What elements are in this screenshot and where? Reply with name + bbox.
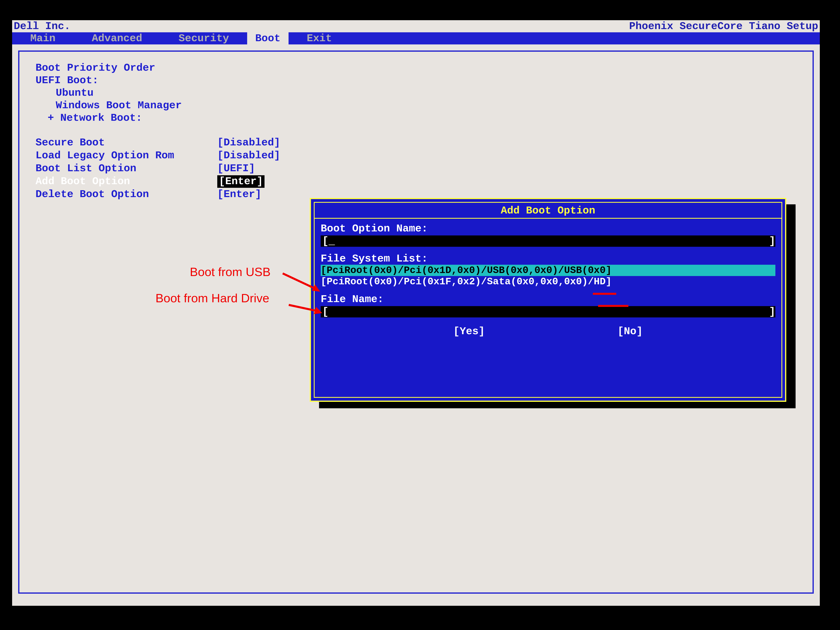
arrow-icon [281,269,321,295]
svg-line-2 [289,305,317,311]
bios-screen: Dell Inc. Phoenix SecureCore Tiano Setup… [12,20,820,606]
menu-advanced[interactable]: Advanced [74,33,161,44]
fs-item-usb[interactable]: [PciRoot(0x0)/Pci(0x1D,0x0)/USB(0x0,0x0)… [321,265,775,276]
uefi-item-ubuntu[interactable]: Ubuntu [36,87,796,99]
boot-list-row: Boot List Option [UEFI] [36,163,796,175]
network-boot-heading[interactable]: + Network Boot: [36,112,796,125]
menu-exit[interactable]: Exit [289,33,350,44]
menu-main[interactable]: Main [12,33,74,44]
add-boot-option-value[interactable]: [Enter] [217,175,265,188]
boot-list-value[interactable]: [UEFI] [217,163,255,175]
underline-usb [593,293,616,295]
dialog-no-button[interactable]: [No] [617,325,643,338]
legacy-oprom-row: Load Legacy Option Rom [Disabled] [36,149,796,162]
vendor-label: Dell Inc. [14,21,71,32]
boot-priority-heading: Boot Priority Order [36,62,796,74]
annotation-usb: Boot from USB [190,265,271,279]
menu-security[interactable]: Security [160,33,247,44]
file-system-list-label: File System List: [321,253,775,265]
boot-option-name-input[interactable]: [_ ] [321,235,775,247]
secure-boot-row: Secure Boot [Disabled] [36,136,796,149]
add-boot-option-label: Add Boot Option [36,175,217,188]
file-name-label: File Name: [321,294,775,305]
setup-title: Phoenix SecureCore Tiano Setup [629,21,818,32]
legacy-oprom-label: Load Legacy Option Rom [36,149,217,162]
title-bar: Dell Inc. Phoenix SecureCore Tiano Setup [12,20,820,32]
svg-line-0 [283,273,315,289]
legacy-oprom-value[interactable]: [Disabled] [217,149,280,162]
dialog-title: Add Boot Option [321,205,775,218]
svg-marker-3 [314,307,322,314]
secure-boot-value[interactable]: [Disabled] [217,136,280,149]
add-boot-option-dialog: Add Boot Option Boot Option Name: [_ ] F… [310,198,786,402]
delete-boot-option-label: Delete Boot Option [36,188,217,201]
arrow-icon [287,299,323,317]
fs-item-sata[interactable]: [PciRoot(0x0)/Pci(0x1F,0x2)/Sata(0x0,0x0… [321,276,775,287]
boot-option-name-label: Boot Option Name: [321,223,775,235]
dialog-yes-button[interactable]: [Yes] [453,325,485,338]
add-boot-option-row: Add Boot Option [Enter] [36,175,796,188]
svg-marker-1 [312,284,320,292]
boot-list-label: Boot List Option [36,163,217,175]
delete-boot-option-value[interactable]: [Enter] [217,188,261,201]
file-name-input[interactable]: [ ] [321,306,775,317]
annotation-hdd: Boot from Hard Drive [155,291,269,305]
menu-boot[interactable]: Boot [247,32,289,44]
uefi-boot-heading: UEFI Boot: [36,74,796,87]
menu-bar: Main Advanced Security Boot Exit [12,32,820,44]
uefi-item-windows[interactable]: Windows Boot Manager [36,99,796,112]
underline-sata [598,305,628,307]
secure-boot-label: Secure Boot [36,136,217,149]
